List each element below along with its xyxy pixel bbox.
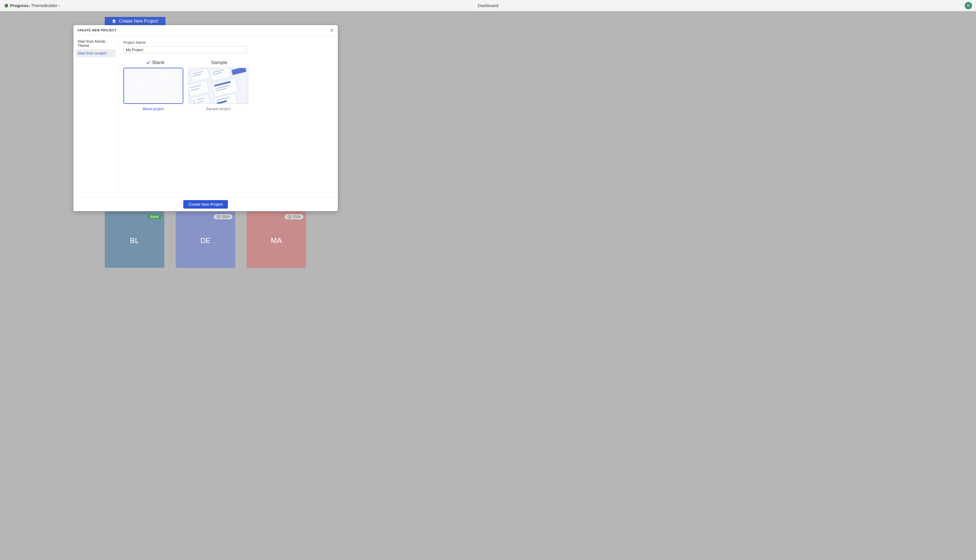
project-badge: Q2 2024 — [285, 214, 303, 219]
option-preview-sample — [189, 68, 248, 104]
project-name-input[interactable] — [123, 46, 247, 53]
option-caption: Blank project — [123, 107, 183, 111]
tab-label: Blank — [152, 60, 165, 65]
create-project-modal: Create New Project Start from Kendo Them… — [73, 25, 338, 211]
modal-body: Start from Kendo Theme Start from scratc… — [73, 35, 338, 197]
dashboard-page: Create New Project Blank BL Q2 2024 DE Q… — [0, 11, 976, 560]
project-initials: BL — [130, 236, 139, 245]
topbar: Progress® ThemeBuilder™ Dashboard R — [0, 0, 976, 11]
project-initials: MA — [271, 236, 282, 245]
template-tabs: Blank Sample — [123, 60, 333, 67]
create-project-submit-button[interactable]: Create New Project — [183, 200, 228, 208]
check-icon — [146, 61, 150, 65]
tab-sample[interactable]: Sample — [187, 60, 251, 67]
modal-sidebar: Start from Kendo Theme Start from scratc… — [73, 35, 118, 197]
option-preview-blank — [123, 68, 183, 104]
tab-blank[interactable]: Blank — [123, 60, 187, 67]
project-initials: DE — [200, 236, 210, 245]
modal-footer: Create New Project — [73, 197, 338, 211]
project-cards-row: Blank BL Q2 2024 DE Q2 2024 MA — [105, 212, 871, 268]
page-title: Dashboard — [0, 3, 976, 8]
tab-label: Sample — [211, 60, 227, 65]
create-new-project-button-bg[interactable]: Create New Project — [105, 17, 165, 25]
modal-main: Project Name Blank Sample — [118, 35, 338, 197]
project-name-label: Project Name — [123, 40, 333, 45]
project-card[interactable]: Q2 2024 MA — [247, 212, 306, 268]
sidebar-item-kendo-theme[interactable]: Start from Kendo Theme — [76, 38, 116, 49]
option-blank[interactable]: Blank project — [123, 68, 183, 111]
template-options: Blank project — [123, 68, 333, 111]
create-button-label: Create New Project — [119, 18, 158, 24]
project-badge: Blank — [147, 214, 162, 219]
close-icon[interactable] — [330, 28, 334, 32]
new-file-icon — [112, 19, 116, 23]
project-badge: Q2 2024 — [214, 214, 232, 219]
svg-rect-1 — [113, 21, 115, 22]
modal-title: Create New Project — [77, 28, 117, 32]
option-caption: Sample project — [189, 107, 248, 111]
project-card[interactable]: Q2 2024 DE — [176, 212, 235, 268]
option-sample[interactable]: Sample project — [189, 68, 248, 111]
project-card[interactable]: Blank BL — [105, 212, 164, 268]
sidebar-item-scratch[interactable]: Start from scratch — [76, 49, 116, 57]
modal-header: Create New Project — [73, 25, 338, 35]
